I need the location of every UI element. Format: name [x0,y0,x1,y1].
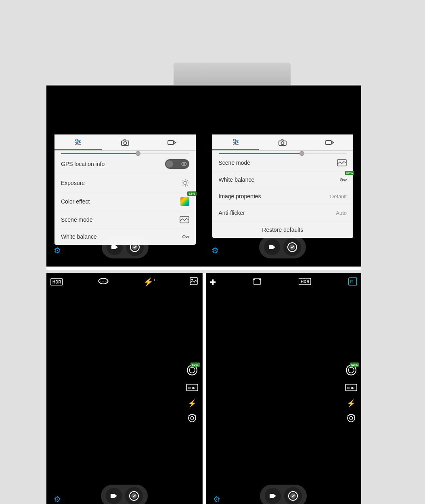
svg-point-7 [124,142,126,145]
svg-marker-10 [174,141,176,144]
panorama-icon-bl[interactable] [98,277,109,287]
tab-video-right[interactable] [306,134,354,150]
hdr-side-svg-bl: HDR [186,384,198,391]
capture-button-br[interactable] [284,487,302,504]
settings-menu-left: GPS location info Exposure [54,134,196,245]
restore-defaults-button[interactable]: Restore defaults [212,221,354,238]
video-btn-icon [111,244,118,250]
capture-button-right-top[interactable] [283,238,301,256]
video-button-bl[interactable] [106,488,122,504]
panel-top-left: GPS location info Exposure [46,86,204,267]
tab-video-left[interactable] [149,134,196,150]
hdr-group-bl: HDR [50,278,63,286]
svg-point-5 [76,143,78,145]
wb-label-left: White balance [61,233,97,240]
svg-marker-55 [115,494,117,498]
menu-item-exposure[interactable]: Exposure [54,174,196,192]
flip-camera-svg-bl [187,414,197,422]
crop-svg-br [253,277,262,286]
svg-marker-72 [274,494,276,498]
svg-line-19 [187,185,188,186]
scene-value-right [337,159,347,166]
svg-text:HDR: HDR [188,386,196,390]
menu-item-wb-right[interactable]: White balance ⊙w 62% [212,172,354,188]
capture-button-bl[interactable] [125,487,143,504]
menu-item-antiflicker[interactable]: Anti-flicker Auto [212,205,354,221]
scene-label: Scene mode [61,216,93,223]
hdr-icon-br[interactable]: HDR [299,277,312,287]
control-pill-bl [101,485,148,504]
svg-point-32 [234,143,236,145]
tab-camera-left[interactable] [102,134,149,150]
flip-camera-svg-br [346,414,356,422]
hdr-side-icon-bl[interactable]: HDR [186,384,198,393]
top-row: GPS location info Exposure [46,85,361,267]
badge-icon-bl[interactable]: 62% [186,364,198,378]
cyan-mode-icon-br[interactable]: ⊡ [348,277,357,287]
side-icons-bl: 62% HDR ⚡ [186,364,198,424]
badge-62-br: 62% [350,363,359,367]
control-pill-right-top [259,236,306,258]
svg-text:HDR: HDR [347,386,355,390]
video-button-right-top[interactable] [264,239,280,255]
svg-text:⊡: ⊡ [350,279,353,284]
camera-flip-icon-br[interactable] [346,414,356,424]
badge-62-left: 62% [187,191,196,196]
image-props-label: Image properties [219,193,261,200]
plus-icon-br[interactable]: ✚ [210,278,216,287]
capture-btn-icon-bl [129,491,139,501]
svg-rect-71 [270,494,274,498]
camera-tab-icon-left [121,139,129,146]
top-icons-row-bl: HDR ⚡+ [50,277,198,287]
sliders-icon [74,139,82,145]
hdr-svg-br: HDR [299,277,312,286]
video-tab-icon-right [325,139,334,146]
image-icon-bl[interactable] [190,277,198,287]
camera-flip-icon-bl[interactable] [187,414,197,424]
flash-icon-br[interactable]: ⚡ [347,399,356,408]
svg-point-53 [191,417,194,420]
hdr-side-icon-br[interactable]: HDR [345,384,357,393]
menu-tabs-right [212,134,354,151]
scene-mode-icon-left [180,216,189,223]
top-tab[interactable] [174,63,291,85]
color-effect-value: 62% [180,197,189,206]
image-crop-icon-br[interactable] [253,277,262,288]
menu-tabs-left [54,134,196,151]
color-effect-label: Color effect [61,198,90,205]
menu-item-scene[interactable]: Scene mode [54,211,196,229]
add-flash-icon-bl[interactable]: ⚡+ [143,277,156,287]
menu-item-gps[interactable]: GPS location info [54,154,196,174]
badge-icon-br[interactable]: 62% [345,364,357,378]
scene-value [180,216,189,223]
menu-item-scene-right[interactable]: Scene mode [212,154,354,172]
svg-point-66 [348,368,354,373]
wb-value-left: ⊙w [182,234,189,239]
exposure-slider-left[interactable] [61,153,189,154]
svg-rect-35 [281,140,283,141]
capture-btn-icon-rt [287,242,297,252]
image-svg-bl [190,277,198,285]
video-btn-icon-br [269,493,276,499]
svg-point-3 [78,141,80,143]
video-button-br[interactable] [265,488,281,504]
scene-label-right: Scene mode [219,160,251,166]
gps-toggle[interactable] [165,159,189,169]
side-icons-br: 62% HDR ⚡ [345,364,357,424]
bottom-controls-right-top [204,236,362,258]
svg-rect-39 [269,245,273,249]
tab-settings-left[interactable] [54,134,102,150]
menu-item-wb-left[interactable]: White balance ⊙w [54,229,196,245]
svg-marker-40 [273,246,275,249]
menu-item-color-effect[interactable]: Color effect 62% [54,192,196,211]
exposure-slider-right[interactable] [219,153,347,154]
menu-item-image-props[interactable]: Image properties Default [212,188,354,205]
panel-bottom-right: ✚ HDR [206,273,362,504]
tab-settings-right[interactable] [212,134,260,150]
tab-camera-right[interactable] [259,134,306,150]
badge-62-right: 62% [345,171,354,175]
hdr-top-icon-bl[interactable]: HDR [50,278,63,286]
svg-text:HDR: HDR [301,279,310,284]
panel-bottom-left: HDR ⚡+ [46,273,203,504]
flash-icon-bl[interactable]: ⚡ [188,399,197,408]
